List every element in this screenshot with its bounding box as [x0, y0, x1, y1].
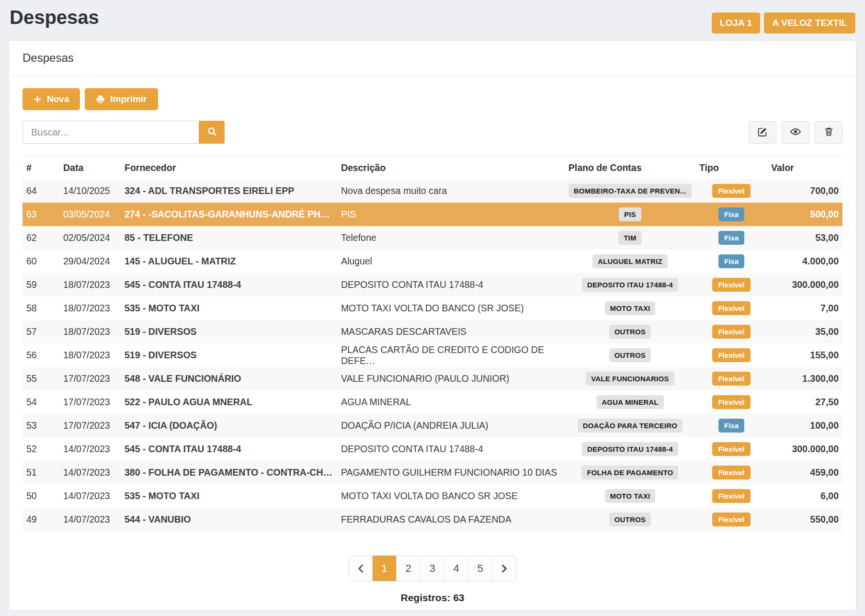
plan-badge: VALE FUNCIONARIOS — [586, 372, 674, 386]
table-row[interactable]: 58 18/07/2023 535 - MOTO TAXI MOTO TAXI … — [23, 297, 842, 320]
type-badge: Fixa — [718, 419, 744, 433]
table-row[interactable]: 51 14/07/2023 380 - FOLHA DE PAGAMENTO -… — [23, 461, 842, 484]
plan-badge: PIS — [619, 207, 641, 221]
table-row[interactable]: 63 03/05/2024 274 - -SACOLITAS-GARANHUNS… — [23, 203, 842, 226]
toolbar: Nova Imprimir — [23, 88, 842, 110]
row-value: 100,00 — [767, 414, 842, 437]
type-badge: Flexível — [712, 466, 750, 479]
row-supplier: 85 - TELEFONE — [121, 226, 337, 250]
plus-icon — [34, 95, 42, 103]
table-row[interactable]: 50 14/07/2023 535 - MOTO TAXI MOTO TAXI … — [23, 484, 842, 508]
row-plan-cell: BOMBEIRO-TAXA DE PREVEN... — [565, 179, 695, 203]
table-row[interactable]: 57 18/07/2023 519 - DIVERSOS MASCARAS DE… — [23, 320, 842, 343]
pagination-page-3[interactable]: 3 — [421, 556, 444, 581]
table-row[interactable]: 60 29/04/2024 145 - ALUGUEL - MATRIZ Alu… — [23, 250, 842, 273]
pagination-next-button[interactable] — [492, 556, 516, 581]
column-header-value: Valor — [767, 156, 842, 180]
row-supplier: 548 - VALE FUNCIONÁRIO — [121, 367, 337, 390]
row-description: DEPOSITO CONTA ITAU 17488-4 — [337, 273, 565, 297]
row-description: FERRADURAS CAVALOS DA FAZENDA — [337, 508, 565, 531]
row-date: 14/07/2023 — [59, 437, 121, 461]
row-id: 62 — [23, 226, 59, 250]
company-button[interactable]: A VELOZ TEXTIL — [764, 12, 855, 34]
pagination-page-1[interactable]: 1 — [373, 556, 397, 581]
pagination-prev-button[interactable] — [349, 556, 373, 581]
type-badge: Flexível — [712, 513, 750, 526]
search-button[interactable] — [199, 121, 225, 144]
row-supplier: 545 - CONTA ITAU 17488-4 — [121, 273, 337, 297]
pagination-page-2[interactable]: 2 — [397, 556, 421, 581]
row-plan-cell: MOTO TAXI — [565, 484, 695, 508]
print-label: Imprimir — [110, 94, 147, 104]
row-date: 03/05/2024 — [59, 203, 121, 226]
table-row[interactable]: 53 17/07/2023 547 - ICIA (DOAÇÃO) DOAÇÃO… — [23, 414, 842, 437]
plan-badge: OUTROS — [609, 513, 651, 526]
print-button[interactable]: Imprimir — [85, 88, 158, 110]
row-supplier: 544 - VANUBIO — [121, 508, 337, 531]
expenses-card: Despesas Nova Imprimir — [9, 40, 856, 610]
row-supplier: 274 - -SACOLITAS-GARANHUNS-ANDRÉ PH… — [121, 203, 337, 226]
store-button[interactable]: LOJA 1 — [712, 12, 761, 34]
chevron-right-icon — [501, 564, 508, 573]
type-badge: Flexível — [712, 348, 750, 362]
search-input[interactable] — [23, 121, 199, 144]
row-id: 51 — [23, 461, 59, 484]
card-title: Despesas — [9, 41, 856, 76]
new-expense-button[interactable]: Nova — [23, 88, 80, 110]
row-type-cell: Flexível — [695, 343, 767, 367]
row-id: 57 — [23, 320, 59, 343]
row-plan-cell: FOLHA DE PAGAMENTO — [565, 461, 695, 484]
row-description: VALE FUNCIONARIO (PAULO JUNIOR) — [337, 367, 565, 390]
table-header-row: # Data Fornecedor Descrição Plano de Con… — [23, 156, 842, 180]
type-badge: Flexível — [712, 372, 750, 386]
pagination: 12345 — [348, 555, 517, 582]
records-count: Registros: 63 — [23, 592, 842, 604]
row-id: 63 — [23, 203, 59, 226]
plan-badge: TIM — [618, 231, 641, 245]
table-row[interactable]: 64 14/10/2025 324 - ADL TRANSPORTES EIRE… — [23, 179, 842, 203]
pagination-page-4[interactable]: 4 — [444, 556, 468, 581]
type-badge: Flexível — [712, 278, 750, 292]
row-description: MASCARAS DESCARTAVEIS — [337, 320, 565, 343]
type-badge: Fixa — [718, 207, 744, 221]
plan-badge: DEPOSITO ITAU 17488-4 — [582, 442, 678, 456]
delete-button[interactable] — [815, 121, 842, 144]
pencil-square-icon — [757, 126, 768, 138]
search-group — [23, 121, 225, 144]
row-type-cell: Flexível — [695, 484, 767, 508]
expense-table-body: 64 14/10/2025 324 - ADL TRANSPORTES EIRE… — [23, 179, 842, 531]
column-header-plan: Plano de Contas — [565, 156, 695, 180]
row-value: 700,00 — [767, 179, 842, 203]
row-id: 56 — [23, 343, 59, 367]
table-row[interactable]: 55 17/07/2023 548 - VALE FUNCIONÁRIO VAL… — [23, 367, 842, 390]
type-badge: Flexível — [712, 489, 750, 503]
row-date: 14/07/2023 — [59, 508, 121, 531]
row-description: AGUA MINERAL — [337, 390, 565, 414]
pagination-page-5[interactable]: 5 — [468, 556, 492, 581]
table-row[interactable]: 62 02/05/2024 85 - TELEFONE Telefone TIM… — [23, 226, 842, 250]
table-row[interactable]: 56 18/07/2023 519 - DIVERSOS PLACAS CART… — [23, 343, 842, 367]
row-plan-cell: OUTROS — [565, 320, 695, 343]
printer-icon — [96, 95, 105, 104]
row-id: 50 — [23, 484, 59, 508]
plan-badge: MOTO TAXI — [605, 489, 656, 503]
plan-badge: OUTROS — [609, 325, 651, 339]
table-row[interactable]: 54 17/07/2023 522 - PAULO AGUA MNERAL AG… — [23, 390, 842, 414]
row-description: DOAÇÃO P/ICIA (ANDREIA JULIA) — [337, 414, 565, 437]
row-type-cell: Fixa — [695, 250, 767, 273]
table-row[interactable]: 52 14/07/2023 545 - CONTA ITAU 17488-4 D… — [23, 437, 842, 461]
plan-badge: DOAÇÃO PARA TERCEIRO — [578, 419, 683, 433]
row-description: PIS — [337, 203, 565, 226]
row-plan-cell: AGUA MINERAL — [565, 390, 695, 414]
row-supplier: 519 - DIVERSOS — [121, 343, 337, 367]
new-expense-label: Nova — [47, 94, 69, 104]
view-button[interactable] — [782, 121, 809, 144]
search-row — [23, 121, 842, 155]
row-date: 14/07/2023 — [59, 484, 121, 508]
column-header-description: Descrição — [337, 156, 565, 180]
table-row[interactable]: 59 18/07/2023 545 - CONTA ITAU 17488-4 D… — [23, 273, 842, 297]
row-type-cell: Fixa — [695, 203, 767, 226]
edit-button[interactable] — [749, 121, 776, 144]
table-row[interactable]: 49 14/07/2023 544 - VANUBIO FERRADURAS C… — [23, 508, 842, 531]
row-date: 18/07/2023 — [59, 297, 121, 320]
